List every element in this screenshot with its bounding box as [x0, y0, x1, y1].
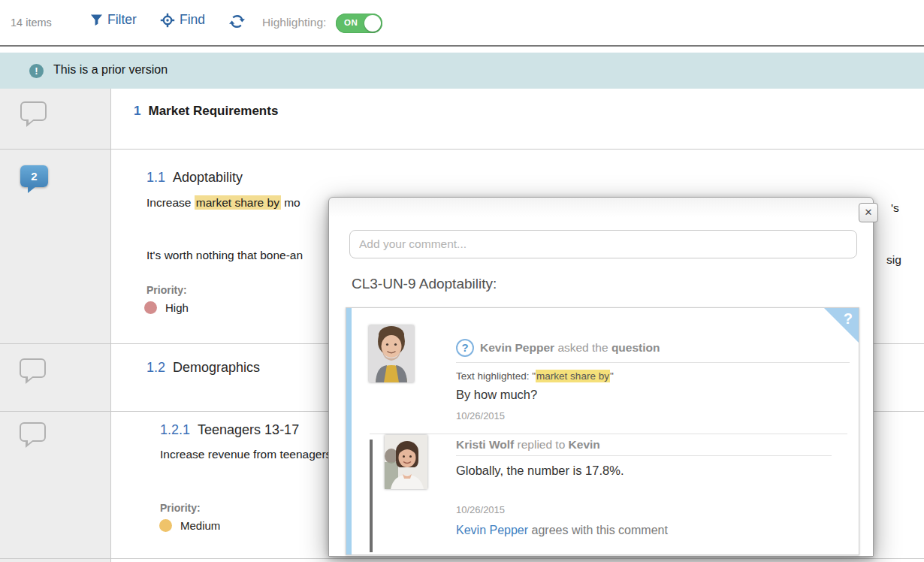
app-screen: 14 items Filter Find Highlighting: ON ! — [0, 0, 924, 562]
highlighted-text[interactable]: market share by — [195, 195, 281, 210]
section-number: 1 — [134, 104, 140, 118]
header-action: asked the — [557, 341, 608, 354]
row-market-requirements — [0, 89, 924, 150]
comment-input[interactable] — [349, 230, 857, 258]
section-title: Demographics — [173, 360, 260, 375]
divider — [0, 45, 924, 47]
question-ribbon — [824, 308, 859, 343]
reply-stripe — [370, 440, 373, 552]
banner-text: This is a prior version — [53, 63, 168, 77]
comment-date: 10/26/2015 — [456, 410, 505, 422]
popup-title: CL3-UN-9 Adoptability: — [352, 276, 497, 292]
comment-popup: ✕ CL3-UN-9 Adoptability: ? — [328, 197, 874, 557]
refresh-icon — [229, 14, 245, 29]
avatar — [369, 325, 414, 382]
highlighting-label: Highlighting: — [262, 16, 326, 29]
find-button[interactable]: Find — [160, 12, 205, 28]
add-comment-bubble-icon[interactable] — [20, 422, 46, 442]
highlighting-toggle[interactable]: ON — [336, 14, 382, 33]
highlight-open: Text highlighted: " — [456, 370, 536, 382]
comment-body: By how much? — [456, 388, 537, 402]
filter-button[interactable]: Filter — [90, 12, 137, 28]
question-type-icon: ? — [456, 339, 474, 357]
comment-gutter — [0, 559, 111, 562]
find-label: Find — [180, 12, 205, 28]
agree-author-link[interactable]: Kevin Pepper — [456, 524, 528, 536]
body-text: Increase — [146, 196, 195, 209]
priority-medium-dot — [159, 519, 172, 532]
reply-action: replied to — [518, 438, 566, 451]
section-heading-1-2-1: 1.2.1Teenagers 13-17 — [160, 422, 299, 438]
section-number: 1.2 — [146, 360, 165, 375]
section-body-1-2-1: Increase revenue from teenagers — [160, 448, 331, 461]
section-heading-1-2: 1.2Demographics — [146, 360, 260, 376]
reply-author-name: Kristi Wolf — [456, 438, 514, 451]
comment-gutter — [0, 89, 111, 149]
refresh-button[interactable] — [229, 14, 245, 29]
comment-count-bubble[interactable]: 2 — [20, 165, 48, 187]
divider — [456, 362, 850, 363]
toggle-knob-icon — [364, 15, 381, 32]
comment-gutter — [0, 412, 111, 558]
filter-label: Filter — [107, 12, 137, 28]
reply-target-name: Kevin — [569, 438, 600, 451]
body-text: mo — [281, 196, 300, 209]
close-icon[interactable]: ✕ — [859, 203, 878, 222]
question-ribbon-icon: ? — [844, 310, 853, 328]
text-fragment: 's — [891, 201, 899, 215]
info-icon: ! — [29, 64, 44, 78]
toggle-state-label: ON — [344, 18, 358, 27]
filter-icon — [90, 14, 103, 26]
comment-gutter — [0, 344, 111, 411]
section-number: 1.2.1 — [160, 422, 190, 437]
divider — [456, 455, 832, 456]
priority-label: Priority: — [160, 502, 201, 514]
add-comment-bubble-icon[interactable] — [20, 358, 46, 378]
row-next — [0, 559, 924, 562]
comment-gutter — [0, 150, 111, 343]
agree-line: Kevin Pepper agrees with this comment — [456, 524, 668, 537]
reply-date: 10/26/2015 — [456, 504, 505, 515]
comment-header: Kevin Pepper asked the question — [480, 341, 660, 355]
comment-card: ? ? Kevin Pepper — [346, 307, 859, 555]
highlight-close: " — [610, 370, 614, 382]
reply-body: Globally, the number is 17.8%. — [456, 464, 624, 478]
add-comment-bubble-icon[interactable] — [20, 101, 47, 121]
header-action-type: question — [611, 341, 660, 354]
highlight-reference: Text highlighted: "market share by" — [456, 370, 614, 382]
find-icon — [160, 13, 175, 28]
priority-value: Medium — [180, 519, 220, 532]
section-heading-1: 1Market Requirements — [134, 104, 278, 119]
section-title: Market Requirements — [148, 104, 278, 118]
section-title: Teenagers 13-17 — [198, 422, 299, 437]
text-fragment: sig — [886, 253, 901, 267]
priority-label: Priority: — [146, 284, 187, 296]
items-count: 14 items — [11, 17, 52, 29]
author-name: Kevin Pepper — [480, 341, 554, 354]
section-note-1-1: It's worth nothing that bone-an — [146, 249, 303, 262]
avatar — [385, 435, 427, 489]
agree-text: agrees with this comment — [528, 524, 668, 536]
section-number: 1.1 — [146, 170, 165, 185]
prior-version-banner: ! This is a prior version — [0, 53, 924, 89]
priority-value: High — [165, 301, 189, 314]
priority-high-dot — [144, 301, 157, 314]
reply-header: Kristi Wolf replied to Kevin — [456, 438, 600, 452]
highlighted-text: market share by — [536, 370, 610, 382]
divider — [370, 434, 847, 434]
section-body-1-1: Increase market share by mo — [146, 196, 300, 210]
section-heading-1-1: 1.1Adoptability — [146, 170, 243, 186]
section-title: Adoptability — [173, 170, 243, 185]
question-stripe — [346, 308, 352, 554]
